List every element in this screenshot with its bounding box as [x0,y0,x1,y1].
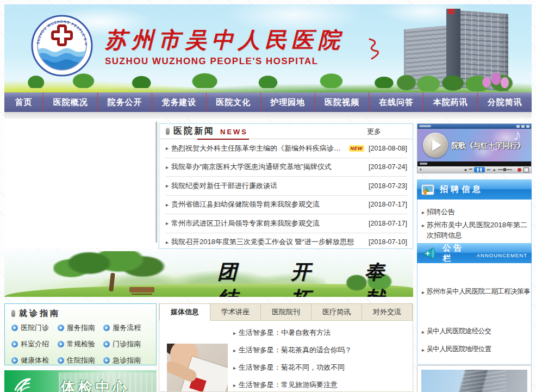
announcement-item: ▸ 苏州市吴中人民医院二期工程决策事 [422,287,528,297]
media-article-item: ▸ 生活智多星：常见旅游病要注意 [233,376,408,392]
player-titlebar [417,124,531,129]
recruitment-list: ▸ 招聘公告 ▸ 苏州市吴中人民医院2018年第二次招聘信息 [417,200,532,248]
tab-hospital-journal[interactable]: 医院院刊 [261,303,311,321]
new-badge: NEW [349,145,365,152]
site-title-english: SUZHOU WUZHONG PEOPLE'S HOSPITAL [105,56,345,67]
recruitment-link[interactable]: 招聘公告 [427,207,455,217]
tab-bar: 媒体信息 学术讲座 医院院刊 医疗简讯 对外交流 [159,303,413,321]
news-link[interactable]: 我院举办“南京医科大学医患沟通研究基地”揭牌仪式 [171,162,332,172]
volume-slider[interactable] [498,169,512,170]
announcement-title: 公告栏 [442,243,474,264]
checkup-center-banner[interactable]: 体检中心 [4,370,157,392]
hospital-intro-panel[interactable]: 医院简介 [417,365,532,392]
tree-image [53,251,173,297]
hospital-building-image [394,8,516,89]
player-close-icon[interactable] [526,125,529,128]
media-article-photo [167,344,228,391]
site-title: 苏州市吴中人民医院 SUZHOU WUZHONG PEOPLE'S HOSPIT… [105,25,345,67]
player-seek-bar[interactable] [417,161,531,166]
circle-arrow-icon [58,325,64,331]
header-banner: SUZHOU WUZHONG PEOPLE'S HOSPITAL 苏州市吴中人民… [4,4,532,92]
record-icon[interactable] [518,168,521,172]
announcement-header: 公告栏 ANNOUNCEMENT [417,243,532,263]
guide-link-service-guide[interactable]: 服务指南 [58,323,104,333]
recruitment-title: 招聘信息 [440,184,483,195]
guide-link-health-checkup[interactable]: 健康体检 [11,356,58,365]
media-article-link[interactable]: 生活智多星：菊花茶真的适合你吗？ [239,345,352,355]
tab-academic-lectures[interactable]: 学术讲座 [210,303,261,321]
video-caption: 院歌《与红十字同行》 [451,141,525,151]
player-settings-icon[interactable] [523,167,529,172]
news-item: ▸ 常州市武进区卫计局领导专家前来我院参观交流 [2018-07-17] [166,214,407,233]
player-controls: ▾ ■ ⏮ ❚❚ ⏭ ◄ [417,166,531,173]
guide-link-outpatient[interactable]: 医院门诊 [11,323,58,333]
volume-icon[interactable]: ◄ [492,168,496,172]
news-link[interactable]: 贵州省德江县妇幼保健院领导前来我院参观交流 [171,200,320,209]
media-article-item: ▸ 生活智多星：菊花茶真的适合你吗？ [233,341,408,359]
news-item: ▸ 我院纪委对新任干部进行廉政谈话 [2018-07-23] [166,177,407,196]
nav-item-overview[interactable]: 医院概况 [43,92,97,112]
nav-item-nursing[interactable]: 护理园地 [260,92,315,112]
news-subtitle: NEWS [220,128,248,136]
checkup-center-label: 体检中心 [61,378,130,392]
patient-guide-grid: 医院门诊 服务指南 服务流程 科室介绍 常规检验 门诊指南 健康体检 住院指南 … [11,323,149,365]
nav-item-public-affairs[interactable]: 院务公开 [97,92,152,112]
news-header: 医院新闻 NEWS 更多 [159,124,413,139]
video-player: ♪ ♫ 院歌《与红十字同行》 ▾ ■ ⏮ ❚❚ ⏭ ◄ [417,123,532,173]
previous-icon[interactable]: ⏮ [469,167,471,172]
patient-guide-title: 就诊指南 [19,308,60,319]
guide-link-departments[interactable]: 科室介绍 [11,339,58,349]
news-date: [2018-07-23] [364,182,407,190]
player-screen[interactable]: ♪ ♫ 院歌《与红十字同行》 [417,129,531,161]
play-button[interactable] [423,133,448,158]
nav-item-branch-news[interactable]: 分院简讯 [477,92,532,112]
arrow-bullet-icon: ▸ [422,220,425,241]
guide-link-lab-tests[interactable]: 常规检验 [58,339,104,349]
calligraphy-seal-mark [367,37,382,61]
announcement-link[interactable]: 苏州市吴中人民医院二期工程决策事 [426,287,529,297]
photo-slideshow-area[interactable] [4,119,157,248]
recruitment-link[interactable]: 苏州市吴中人民医院2018年第二次招聘信息 [427,220,528,240]
arrow-bullet-icon: ▸ [422,345,424,355]
news-more-link[interactable]: 更多 [367,127,381,136]
arrow-bullet-icon: ▸ [422,207,425,217]
stop-icon[interactable]: ■ [464,168,466,172]
nav-item-pharmacy-news[interactable]: 本院药讯 [423,92,477,112]
next-icon[interactable]: ⏭ [487,167,490,172]
nav-item-home[interactable]: 首页 [4,92,43,112]
guide-link-service-flow[interactable]: 服务流程 [103,323,149,333]
pause-button[interactable]: ❚❚ [474,167,485,172]
guide-link-emergency-guide[interactable]: 急诊指南 [103,356,149,365]
guide-link-outpatient-guide[interactable]: 门诊指南 [103,339,149,349]
announcement-link[interactable]: 吴中人民医院途经公交 [426,326,491,337]
nav-item-online-qa[interactable]: 在线问答 [369,92,423,112]
playlist-dropdown-icon[interactable]: ▾ [420,167,422,172]
news-link[interactable]: 我院召开2018年度第三次党委工作会议 暨“进一步解放思想 [171,237,354,247]
media-article-link[interactable]: 生活智多星：菊花不同，功效不同 [239,363,345,372]
announcement-link[interactable]: 吴中人民医院地理位置 [426,344,491,354]
news-item: ▸ 贵州省德江县妇幼保健院领导前来我院参观交流 [2018-07-17] [166,196,407,215]
arrow-bullet-icon: ▸ [166,183,169,189]
patient-guide-panel: 就诊指南 医院门诊 服务指南 服务流程 科室介绍 常规检验 门诊指南 健康体检 … [4,303,157,365]
guide-link-inpatient-guide[interactable]: 住院指南 [58,356,104,365]
player-minimize-icon[interactable] [516,125,520,128]
tab-external-exchange[interactable]: 对外交流 [362,303,413,321]
media-article-link[interactable]: 生活智多星：中暑自救有方法 [239,328,331,338]
section-bullet-icon [11,310,15,317]
tab-media-info[interactable]: 媒体信息 [159,303,210,321]
nav-item-party-building[interactable]: 党务建设 [152,92,206,112]
player-maximize-icon[interactable] [521,125,525,128]
news-date: [2018-08-08] [364,145,407,152]
news-date: [2018-07-10] [364,238,407,246]
circle-arrow-icon [11,341,18,347]
nav-item-culture[interactable]: 医院文化 [206,92,260,112]
news-link[interactable]: 我院纪委对新任干部进行廉政谈话 [171,181,277,191]
arrow-bullet-icon: ▸ [166,220,169,226]
news-item: ▸ 我院举办“南京医科大学医患沟通研究基地”揭牌仪式 [2018-07-24] [166,158,407,177]
tab-medical-briefs[interactable]: 医疗简讯 [311,303,362,321]
news-link[interactable]: 常州市武进区卫计局领导专家前来我院参观交流 [171,219,320,228]
news-link[interactable]: 热烈祝贺大外科主任陈革华主编的《新编外科疾病诊断与治 [171,144,347,153]
media-article-link[interactable]: 生活智多星：常见旅游病要注意 [239,380,338,390]
arrow-bullet-icon: ▸ [233,347,236,353]
nav-item-videos[interactable]: 医院视频 [315,92,369,112]
